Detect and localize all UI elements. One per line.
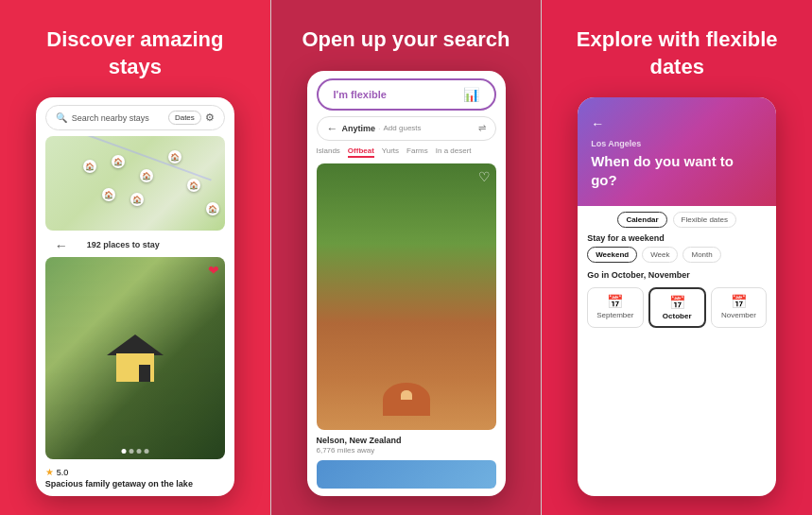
phone-mockup-3: ← Los Angeles When do you want to go? Ca… (578, 97, 776, 496)
flexible-label: I'm flexible (334, 89, 387, 100)
panel-flexible: Explore with flexible dates ← Los Angele… (542, 0, 812, 515)
tab-islands[interactable]: Islands (317, 146, 340, 158)
map-area (45, 136, 225, 231)
dome-house-bg (317, 163, 496, 430)
house-roof (107, 335, 164, 355)
property-location: Nelson, New Zealand (307, 436, 506, 446)
back-button-3[interactable]: ← (591, 116, 763, 131)
tab-desert[interactable]: In a desert (436, 146, 472, 158)
destination-label: Los Angeles (591, 139, 763, 152)
map-pin-2 (112, 155, 125, 168)
places-count: 192 places to stay (78, 238, 169, 253)
dome-window (401, 390, 412, 400)
flexible-dates-tab[interactable]: Flexible dates (673, 212, 736, 228)
property-image-1: ❤ (45, 257, 225, 459)
panel-2-title: Open up your search (302, 26, 510, 54)
dot-2 (129, 449, 133, 454)
rating-row: ★ 5.0 (36, 467, 234, 479)
panel-1-title: Discover amazing stays (19, 26, 251, 80)
panel-discover: Discover amazing stays 🔍 Search nearby s… (0, 0, 270, 515)
dome-shape (383, 383, 430, 416)
search-bar-2[interactable]: ← Anytime · Add guests ⇌ (317, 116, 496, 141)
image-dots (121, 449, 148, 454)
property-image-bottom (317, 460, 496, 489)
house-body (116, 353, 154, 382)
calendar-icon-nov: 📅 (716, 294, 762, 309)
star-icon: ★ (45, 467, 54, 477)
back-arrow-icon: ← (327, 122, 338, 135)
calendar-icon-oct: 📅 (654, 295, 700, 310)
map-pin-7 (130, 193, 144, 206)
dot-1 (121, 449, 126, 454)
stay-month[interactable]: Month (682, 247, 720, 263)
map-pin-4 (168, 150, 181, 163)
property-image-bg (45, 257, 225, 459)
dot-3 (136, 449, 141, 454)
calendar-tabs-row: Calendar Flexible dates (578, 206, 776, 230)
map-pin-5 (187, 179, 200, 192)
dot-4 (144, 449, 148, 454)
question-area: ← Los Angeles When do you want to go? (578, 97, 776, 206)
stay-week[interactable]: Week (642, 247, 678, 263)
property-name-1: Spacious family getaway on the lake (36, 479, 234, 496)
phone-mockup-2: I'm flexible 📊 ← Anytime · Add guests ⇌ … (307, 71, 506, 496)
flexible-button[interactable]: I'm flexible 📊 (317, 78, 496, 111)
map-pin-3 (140, 169, 153, 182)
go-section: Go in October, November (578, 266, 776, 287)
property-distance: 6,776 miles away (307, 446, 506, 460)
stay-label: Stay for a weekend (587, 233, 767, 243)
calendar-icon-sep: 📅 (592, 294, 638, 309)
month-october[interactable]: 📅 October (648, 287, 706, 328)
question-title: When do you want to go? (591, 152, 763, 189)
stay-weekend[interactable]: Weekend (587, 247, 637, 263)
stay-options: Weekend Week Month (587, 247, 767, 263)
rating-value: 5.0 (57, 468, 69, 477)
favorite-icon[interactable]: ❤ (208, 263, 219, 278)
house-shape (107, 335, 164, 382)
tab-offbeat[interactable]: Offbeat (348, 146, 374, 158)
search-icon: 🔍 (56, 112, 67, 123)
dome-container (383, 387, 430, 421)
map-pin-8 (206, 202, 219, 215)
separator: · (378, 124, 381, 133)
tab-yurts[interactable]: Yurts (382, 146, 399, 158)
month-name-oct: October (654, 312, 700, 320)
panel-search: Open up your search I'm flexible 📊 ← Any… (271, 0, 542, 515)
go-label: Go in October, November (587, 270, 767, 280)
stay-section: Stay for a weekend Weekend Week Month (578, 230, 776, 266)
filter-icon[interactable]: ⚙ (205, 112, 215, 124)
chart-icon: 📊 (463, 87, 479, 102)
month-name-sep: September (592, 311, 638, 319)
search-text: Search nearby stays (72, 113, 164, 123)
anytime-text: Anytime (342, 124, 376, 133)
favorite-icon-2[interactable]: ♡ (478, 169, 491, 184)
map-pin-1 (83, 160, 96, 173)
search-bar[interactable]: 🔍 Search nearby stays Dates ⚙ (45, 105, 225, 130)
back-button[interactable]: ← (45, 234, 78, 257)
house-door (139, 365, 150, 382)
month-november[interactable]: 📅 November (711, 287, 767, 328)
property-image-2: ♡ (317, 163, 496, 430)
phone-mockup-1: 🔍 Search nearby stays Dates ⚙ ← 192 plac… (36, 97, 234, 496)
tab-farms[interactable]: Farms (406, 146, 428, 158)
options-icon: ⇌ (478, 123, 486, 133)
month-september[interactable]: 📅 September (587, 287, 643, 328)
dates-button[interactable]: Dates (168, 111, 201, 125)
filter-tabs: Islands Offbeat Yurts Farms In a desert (307, 146, 506, 163)
map-pin-6 (102, 188, 115, 201)
panel-3-title: Explore with flexible dates (561, 26, 793, 80)
months-row: 📅 September 📅 October 📅 November (578, 287, 776, 335)
month-name-nov: November (716, 311, 762, 319)
add-guests-text: Add guests (384, 124, 422, 132)
calendar-tab[interactable]: Calendar (617, 212, 666, 228)
